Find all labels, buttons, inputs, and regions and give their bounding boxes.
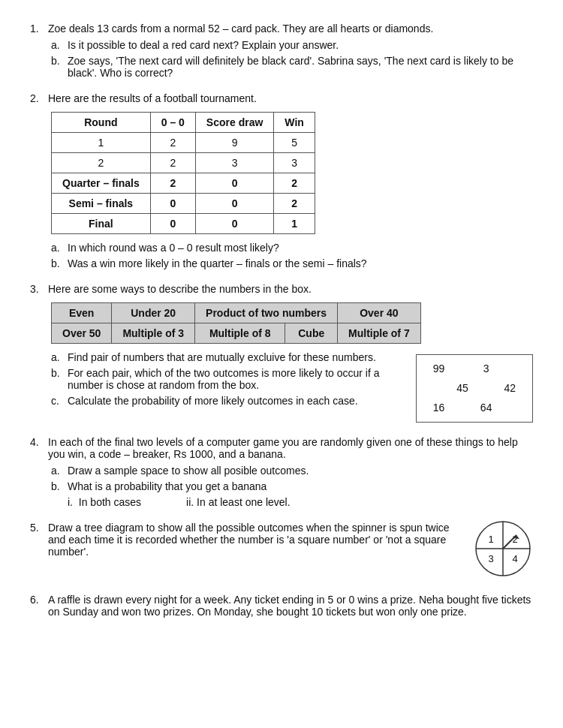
q4b-i: i. In both cases ii. In at least one lev… bbox=[68, 496, 533, 508]
cat-mult7: Multiple of 7 bbox=[338, 323, 421, 344]
q1b: b. Zoe says, 'The next card will definit… bbox=[51, 55, 533, 79]
num-spacer2 bbox=[427, 379, 451, 399]
q2b-text: Was a win more likely in the quarter – f… bbox=[68, 257, 533, 269]
svg-text:1: 1 bbox=[488, 534, 493, 545]
football-row-qf: Quarter – finals 2 0 2 bbox=[52, 173, 315, 194]
q1b-text: Zoe says, 'The next card will definitely… bbox=[68, 55, 533, 79]
football-header-win: Win bbox=[274, 113, 315, 133]
num-45: 45 bbox=[450, 379, 474, 399]
cat-over50: Over 50 bbox=[52, 323, 112, 344]
numbers-category-table: Even Under 20 Product of two numbers Ove… bbox=[51, 302, 421, 344]
q4-text: In each of the final two levels of a com… bbox=[48, 436, 533, 460]
q1-num: 1. bbox=[30, 23, 48, 35]
football-cell: 0 bbox=[195, 173, 273, 194]
cat-mult3: Multiple of 3 bbox=[112, 323, 195, 344]
football-cell: 0 bbox=[195, 194, 273, 214]
football-cell: 3 bbox=[195, 153, 273, 173]
q2-num: 2. bbox=[30, 92, 48, 104]
football-cell: 1 bbox=[274, 214, 315, 234]
q4b-text: What is a probability that you get a ban… bbox=[68, 480, 533, 492]
football-cell: 0 bbox=[150, 194, 195, 214]
q2-text: Here are the results of a football tourn… bbox=[48, 92, 533, 104]
q6-text: A raffle is drawn every night for a week… bbox=[48, 594, 533, 618]
numbers-cat-row2: Over 50 Multiple of 3 Multiple of 8 Cube… bbox=[52, 323, 421, 344]
football-cell: 0 bbox=[195, 214, 273, 234]
num-spacer5 bbox=[498, 399, 522, 418]
num-spacer bbox=[450, 359, 474, 379]
q4b-ii-label: ii. In at least one level. bbox=[186, 496, 291, 508]
football-row-final: Final 0 0 1 bbox=[52, 214, 315, 234]
q1a-text: Is it possible to deal a red card next? … bbox=[68, 39, 533, 51]
cat-cube: Cube bbox=[285, 323, 338, 344]
football-header-round: Round bbox=[52, 113, 151, 133]
football-cell: 2 bbox=[150, 153, 195, 173]
cat-mult8: Multiple of 8 bbox=[195, 323, 285, 344]
q1-text: Zoe deals 13 cards from a normal 52 – ca… bbox=[48, 23, 533, 35]
numbers-box: 99 3 45 42 16 64 bbox=[416, 354, 533, 423]
football-cell: 2 bbox=[150, 133, 195, 153]
football-cell: Quarter – finals bbox=[52, 173, 151, 194]
num-64: 64 bbox=[474, 399, 498, 418]
football-cell: 2 bbox=[52, 153, 151, 173]
question-4: 4. In each of the final two levels of a … bbox=[30, 436, 533, 508]
q4a-label: a. bbox=[51, 465, 68, 477]
q3-num: 3. bbox=[30, 283, 48, 295]
football-row-1: 1 2 9 5 bbox=[52, 133, 315, 153]
num-spacer4 bbox=[450, 399, 474, 418]
football-cell: 2 bbox=[150, 173, 195, 194]
svg-text:3: 3 bbox=[488, 553, 493, 564]
q2a-label: a. bbox=[51, 242, 68, 254]
cat-product: Product of two numbers bbox=[195, 303, 338, 323]
svg-text:4: 4 bbox=[512, 553, 517, 564]
football-table: Round 0 – 0 Score draw Win 1 2 9 5 2 2 3… bbox=[51, 112, 315, 234]
football-cell: 3 bbox=[274, 153, 315, 173]
spinner-diagram: 1 2 3 4 bbox=[473, 519, 533, 579]
q2a: a. In which round was a 0 – 0 result mos… bbox=[51, 242, 533, 254]
q4a-text: Draw a sample space to show all posible … bbox=[68, 465, 533, 477]
num-42: 42 bbox=[498, 379, 522, 399]
football-header-00: 0 – 0 bbox=[150, 113, 195, 133]
q4b: b. What is a probability that you get a … bbox=[51, 480, 533, 492]
num-99: 99 bbox=[427, 359, 451, 379]
football-cell: Semi – finals bbox=[52, 194, 151, 214]
football-cell: Final bbox=[52, 214, 151, 234]
q1b-label: b. bbox=[51, 55, 68, 79]
question-3: 3. Here are some ways to describe the nu… bbox=[30, 283, 533, 423]
q3c: c. Calculate the probability of more lik… bbox=[51, 395, 401, 407]
cat-over40: Over 40 bbox=[338, 303, 421, 323]
q6-num: 6. bbox=[30, 594, 48, 618]
q4a: a. Draw a sample space to show all posib… bbox=[51, 465, 533, 477]
cat-even: Even bbox=[52, 303, 112, 323]
question-2: 2. Here are the results of a football to… bbox=[30, 92, 533, 269]
num-spacer3 bbox=[474, 379, 498, 399]
q3-text: Here are some ways to describe the numbe… bbox=[48, 283, 533, 295]
q3b-text: For each pair, which of the two outcomes… bbox=[68, 367, 401, 391]
football-cell: 2 bbox=[274, 194, 315, 214]
q2b-label: b. bbox=[51, 257, 68, 269]
q1a: a. Is it possible to deal a red card nex… bbox=[51, 39, 533, 51]
football-row-sf: Semi – finals 0 0 2 bbox=[52, 194, 315, 214]
q1a-label: a. bbox=[51, 39, 68, 51]
football-header-scoredraw: Score draw bbox=[195, 113, 273, 133]
cat-under20: Under 20 bbox=[112, 303, 195, 323]
q4-num: 4. bbox=[30, 436, 48, 460]
football-cell: 1 bbox=[52, 133, 151, 153]
question-5: 5. Draw a tree diagram to show all the p… bbox=[30, 522, 533, 579]
question-6: 6. A raffle is drawn every night for a w… bbox=[30, 594, 533, 618]
q5-text: Draw a tree diagram to show all the poss… bbox=[48, 522, 462, 558]
spinner-svg: 1 2 3 4 bbox=[473, 519, 533, 579]
q2b: b. Was a win more likely in the quarter … bbox=[51, 257, 533, 269]
num-16: 16 bbox=[427, 399, 451, 418]
football-cell: 9 bbox=[195, 133, 273, 153]
q3a: a. Find pair of numbers that are mutuall… bbox=[51, 351, 401, 363]
q5-num: 5. bbox=[30, 522, 48, 579]
q4b-label: b. bbox=[51, 480, 68, 492]
q2a-text: In which round was a 0 – 0 result most l… bbox=[68, 242, 533, 254]
football-row-2: 2 2 3 3 bbox=[52, 153, 315, 173]
q3b: b. For each pair, which of the two outco… bbox=[51, 367, 401, 391]
q3c-text: Calculate the probability of more likely… bbox=[68, 395, 401, 407]
num-3: 3 bbox=[474, 359, 498, 379]
q3a-text: Find pair of numbers that are mutually e… bbox=[68, 351, 401, 363]
q3b-label: b. bbox=[51, 367, 68, 391]
football-cell: 0 bbox=[150, 214, 195, 234]
